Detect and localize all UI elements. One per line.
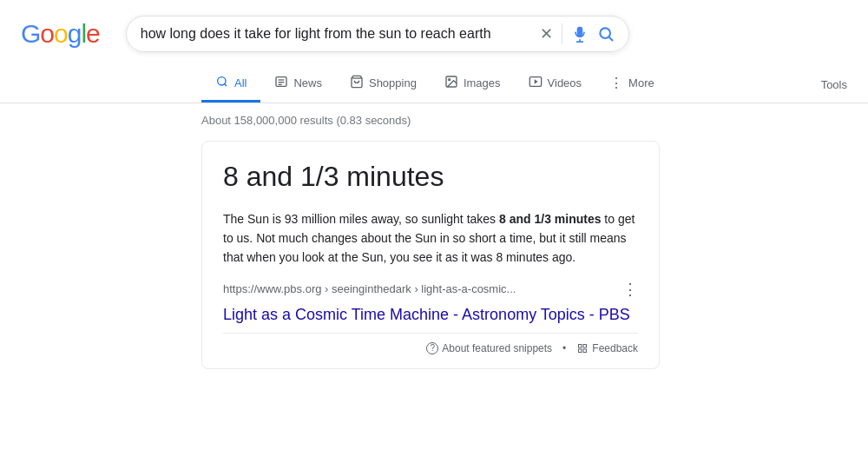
logo-letter-g2: g bbox=[68, 19, 82, 49]
all-icon bbox=[215, 75, 229, 91]
tab-shopping-label: Shopping bbox=[369, 76, 417, 89]
about-snippets-label: About featured snippets bbox=[442, 342, 552, 354]
snippet-options-icon[interactable]: ⋮ bbox=[622, 281, 638, 297]
shopping-icon bbox=[350, 75, 364, 91]
mic-icon[interactable] bbox=[571, 25, 589, 43]
tools-button[interactable]: Tools bbox=[800, 69, 868, 100]
svg-rect-16 bbox=[583, 344, 587, 347]
tab-more[interactable]: ⋮ More bbox=[595, 66, 668, 103]
clear-icon[interactable]: ✕ bbox=[540, 26, 553, 42]
svg-line-5 bbox=[224, 83, 226, 85]
search-submit-icon[interactable] bbox=[597, 25, 615, 43]
tab-all[interactable]: All bbox=[201, 66, 260, 103]
snippet-answer: 8 and 1/3 minutes bbox=[223, 159, 638, 195]
news-icon bbox=[274, 75, 288, 91]
feedback-icon bbox=[576, 342, 589, 354]
svg-marker-14 bbox=[534, 79, 537, 83]
feedback-label: Feedback bbox=[592, 342, 638, 354]
tab-shopping[interactable]: Shopping bbox=[336, 66, 431, 103]
more-icon: ⋮ bbox=[609, 75, 623, 91]
tab-more-label: More bbox=[628, 76, 654, 89]
svg-rect-15 bbox=[579, 344, 582, 347]
search-bar: how long does it take for light from the… bbox=[126, 16, 629, 52]
tab-news-label: News bbox=[293, 76, 322, 89]
tab-news[interactable]: News bbox=[260, 66, 336, 103]
tab-images[interactable]: Images bbox=[431, 66, 515, 103]
header: G o o g l e how long does it take for li… bbox=[0, 0, 868, 52]
tab-videos-label: Videos bbox=[548, 76, 582, 89]
videos-icon bbox=[529, 75, 542, 91]
divider bbox=[562, 23, 562, 44]
logo-letter-e: e bbox=[86, 19, 100, 49]
results-stats: About 158,000,000 results (0.83 seconds) bbox=[201, 103, 660, 141]
search-input[interactable]: how long does it take for light from the… bbox=[141, 26, 531, 42]
svg-line-3 bbox=[609, 37, 613, 41]
about-featured-snippets[interactable]: ? About featured snippets bbox=[426, 342, 552, 354]
svg-rect-18 bbox=[583, 349, 587, 353]
svg-rect-17 bbox=[579, 349, 582, 353]
snippet-url: https://www.pbs.org › seeinginthedark › … bbox=[223, 282, 516, 295]
snippet-description: The Sun is 93 million miles away, so sun… bbox=[223, 209, 638, 268]
tab-all-label: All bbox=[234, 76, 247, 89]
question-icon: ? bbox=[426, 342, 438, 354]
svg-point-12 bbox=[449, 79, 450, 81]
featured-snippet: 8 and 1/3 minutes The Sun is 93 million … bbox=[201, 141, 660, 369]
google-logo: G o o g l e bbox=[21, 19, 100, 49]
logo-letter-g: G bbox=[21, 19, 40, 49]
tab-videos[interactable]: Videos bbox=[515, 66, 596, 103]
snippet-source: https://www.pbs.org › seeinginthedark › … bbox=[223, 281, 638, 297]
images-icon bbox=[444, 75, 458, 91]
main-content: About 158,000,000 results (0.83 seconds)… bbox=[0, 103, 660, 369]
footer-dot: • bbox=[562, 342, 566, 354]
logo-letter-o1: o bbox=[40, 19, 54, 49]
nav-tabs: All News Shopping bbox=[0, 59, 868, 103]
feedback-button[interactable]: Feedback bbox=[576, 342, 638, 354]
snippet-footer: ? About featured snippets • Feedback bbox=[223, 333, 638, 354]
snippet-link[interactable]: Light as a Cosmic Time Machine - Astrono… bbox=[223, 306, 630, 323]
logo-letter-o2: o bbox=[54, 19, 68, 49]
tab-images-label: Images bbox=[464, 76, 501, 89]
